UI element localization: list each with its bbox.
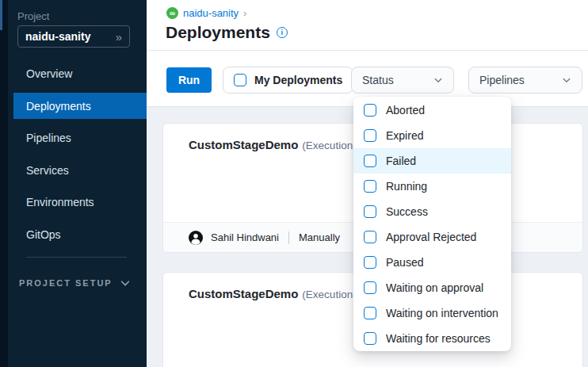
status-option-checkbox[interactable] (364, 155, 376, 167)
run-button[interactable]: Run (166, 67, 212, 93)
status-option-checkbox[interactable] (364, 104, 376, 117)
status-option-checkbox[interactable] (364, 129, 376, 142)
project-name: naidu-sanity (25, 30, 90, 43)
chevron-down-icon (562, 75, 571, 85)
chevron-down-icon (433, 75, 443, 85)
page-header: ∞ naidu-sanity › Deployments i (147, 0, 588, 51)
status-option-expired[interactable]: Expired (353, 123, 511, 148)
page-title: Deployments (166, 23, 270, 42)
project-selector[interactable]: naidu-sanity » (17, 25, 130, 48)
status-option-failed[interactable]: Failed (353, 148, 511, 174)
sidebar-item-label: Pipelines (26, 132, 71, 144)
status-option-label: Waiting on intervention (386, 307, 498, 319)
status-option-checkbox[interactable] (364, 281, 376, 294)
triggered-by-user: Sahil Hindwani (211, 231, 279, 243)
sidebar-item-deployments[interactable]: Deployments (13, 93, 147, 119)
status-option-label: Success (386, 205, 428, 218)
deployment-title-row[interactable]: CustomStageDemo(Execution Id (189, 287, 365, 301)
sidebar-item-label: Environments (26, 196, 94, 208)
status-option-label: Aborted (386, 104, 425, 117)
sidebar-item-environments[interactable]: Environments (13, 189, 147, 216)
info-circle-icon[interactable]: i (277, 27, 288, 38)
deployment-title-row[interactable]: CustomStageDemo(Execution Id (189, 138, 365, 152)
status-option-waiting-on-intervention[interactable]: Waiting on intervention (353, 300, 511, 326)
status-filter-menu: Aborted Expired Failed Running Success A… (353, 97, 511, 351)
status-option-checkbox[interactable] (364, 332, 376, 345)
status-option-checkbox[interactable] (364, 231, 376, 243)
status-option-label: Waiting on approval (386, 281, 483, 294)
status-option-success[interactable]: Success (353, 199, 511, 224)
sidebar-item-label: Services (26, 164, 69, 177)
project-setup-label: PROJECT SETUP (19, 278, 113, 288)
status-option-paused[interactable]: Paused (353, 250, 511, 275)
status-option-checkbox[interactable] (364, 256, 376, 269)
cd-module-icon: ∞ (166, 7, 178, 19)
chevron-down-icon (120, 277, 131, 289)
sidebar-item-label: GitOps (26, 228, 61, 241)
status-option-label: Failed (386, 155, 416, 167)
pipelines-filter-dropdown[interactable]: Pipelines (468, 67, 582, 94)
sidebar-item-label: Overview (26, 67, 72, 80)
status-option-checkbox[interactable] (364, 180, 376, 193)
pipeline-name[interactable]: CustomStageDemo (189, 138, 298, 151)
project-label: Project (17, 10, 49, 22)
status-option-checkbox[interactable] (364, 307, 376, 319)
sidebar-item-gitops[interactable]: GitOps (13, 221, 147, 248)
module-rail (0, 0, 8, 367)
rail-accent (0, 0, 2, 30)
sidebar: Project naidu-sanity » Overview Deployme… (0, 0, 147, 367)
trigger-type: Manually (299, 231, 340, 243)
project-setup-toggle[interactable]: PROJECT SETUP (19, 277, 131, 289)
app-window: Project naidu-sanity » Overview Deployme… (0, 0, 588, 367)
status-option-approval-rejected[interactable]: Approval Rejected (353, 224, 511, 250)
sidebar-item-services[interactable]: Services (13, 157, 147, 184)
breadcrumb-project-link[interactable]: naidu-sanity (183, 7, 239, 19)
status-option-checkbox[interactable] (364, 205, 376, 218)
my-deployments-filter[interactable]: My Deployments (223, 67, 353, 94)
my-deployments-checkbox[interactable] (234, 74, 246, 86)
status-option-label: Paused (386, 256, 423, 269)
sidebar-item-overview[interactable]: Overview (13, 60, 147, 87)
pipeline-name[interactable]: CustomStageDemo (189, 287, 298, 300)
status-option-running[interactable]: Running (353, 174, 511, 199)
status-option-waiting-on-approval[interactable]: Waiting on approval (353, 275, 511, 300)
page-title-row: Deployments i (166, 23, 288, 42)
status-option-label: Expired (386, 129, 423, 142)
status-option-waiting-for-resources[interactable]: Waiting for resources (353, 326, 511, 351)
status-option-label: Waiting for resources (386, 332, 491, 345)
breadcrumb-separator: › (243, 7, 246, 19)
status-option-aborted[interactable]: Aborted (353, 97, 511, 123)
my-deployments-label: My Deployments (254, 74, 342, 86)
pipelines-filter-label: Pipelines (479, 74, 525, 86)
sidebar-divider (26, 257, 127, 258)
footer-separator (288, 231, 289, 244)
status-filter-dropdown[interactable]: Status (351, 67, 454, 94)
double-chevron-right-icon[interactable]: » (116, 31, 122, 43)
user-avatar-icon (189, 231, 203, 245)
status-filter-label: Status (362, 74, 394, 86)
status-option-label: Running (386, 180, 427, 193)
status-option-label: Approval Rejected (386, 231, 476, 243)
breadcrumb: ∞ naidu-sanity › (166, 7, 246, 19)
sidebar-item-label: Deployments (26, 100, 91, 113)
sidebar-item-pipelines[interactable]: Pipelines (13, 124, 147, 151)
